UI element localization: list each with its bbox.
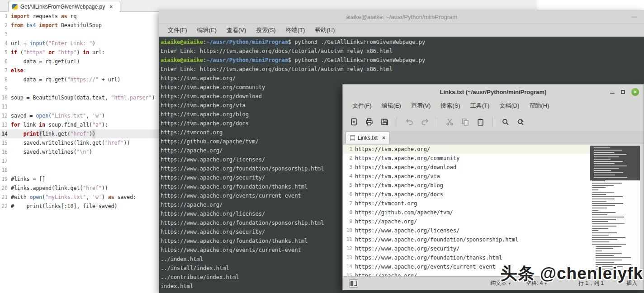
line-number: 12 (0, 111, 11, 120)
code-line: 21#with open("myLinks.txt", 'w') as save… (0, 193, 159, 202)
text-line: 12https://www.apache.org/security/ (343, 244, 590, 253)
terminal-menu-终端T[interactable]: 终端(T) (281, 26, 310, 34)
text-line: 4https://tvm.apache.org/vta (343, 172, 590, 181)
python-file-icon (12, 4, 18, 9)
terminal-line: Enter Link: https://tvm.apache.org/docs/… (161, 65, 644, 74)
texteditor-menu-搜索S[interactable]: 搜索(S) (436, 102, 465, 110)
line-number: 7 (0, 66, 11, 75)
line-number: 21 (0, 193, 11, 202)
code-line: 17 (0, 156, 159, 165)
code-editor-area[interactable]: 1import requests as rq2from bs4 import B… (0, 12, 159, 293)
line-number: 10 (343, 226, 355, 235)
line-number: 16 (0, 147, 11, 156)
find-replace-icon[interactable] (514, 116, 527, 128)
text-line: 13https://www.apache.org/foundation/than… (343, 253, 590, 262)
editor-tab[interactable]: GetAllLinksFromGivenWebpage.py × (8, 1, 120, 12)
texteditor-toolbar (343, 113, 644, 131)
code-line: 15 saved.writelines(link.get("href")) (0, 138, 159, 147)
document-icon (350, 135, 355, 141)
line-number: 6 (0, 57, 11, 66)
terminal-titlebar[interactable]: aiaike@aiaike: ~/ausr/Python/miniProgram (159, 10, 644, 24)
watermark: 头条 @chenleiyfk (501, 262, 643, 285)
line-number: 15 (0, 138, 11, 147)
text-line: 9https://apache.org/ (343, 217, 590, 226)
terminal-title: aiaike@aiaike: ~/ausr/Python/miniProgram (346, 14, 457, 20)
save-icon[interactable] (378, 116, 391, 128)
cut-icon (443, 116, 456, 128)
line-number: 11 (343, 235, 355, 244)
line-number: 8 (0, 75, 11, 84)
code-line: 18 (0, 165, 159, 175)
line-number: 3 (0, 30, 11, 39)
code-line: 1import requests as rq (0, 12, 159, 21)
line-number: 2 (343, 154, 355, 163)
texteditor-title: Links.txt (~/ausr/Python/miniProgram) (440, 89, 547, 95)
line-number: 13 (343, 253, 355, 262)
code-line: 2from bs4 import BeautifulSoup (0, 21, 159, 30)
print-icon[interactable] (363, 116, 375, 128)
text-area[interactable]: 1https://tvm.apache.org/2https://tvm.apa… (343, 145, 590, 276)
text-line: 11https://www.apache.org/foundation/spon… (343, 235, 590, 244)
close-icon[interactable]: × (109, 4, 113, 10)
copy-icon (459, 116, 471, 128)
line-number: 2 (0, 21, 11, 30)
editor-tab-title: GetAllLinksFromGivenWebpage.py (20, 4, 105, 10)
text-line: 3https://tvm.apache.org/download (343, 163, 590, 172)
texteditor-tab[interactable]: Links.txt × (346, 132, 390, 144)
line-number: 4 (343, 172, 355, 181)
paste-icon[interactable] (474, 116, 487, 128)
terminal-menu-查看V[interactable]: 查看(V) (222, 26, 251, 34)
terminal-menu-帮助H[interactable]: 帮助(H) (310, 26, 340, 34)
toolbar-separator (437, 117, 437, 127)
overview-minimap[interactable] (590, 145, 640, 276)
restore-icon[interactable] (621, 90, 625, 94)
close-icon[interactable]: × (382, 135, 385, 141)
code-line: 9 (0, 84, 159, 93)
line-number: 13 (0, 120, 11, 129)
texteditor-window: Links.txt (~/ausr/Python/miniProgram) × … (342, 84, 644, 290)
texteditor-menu-文件F[interactable]: 文件(F) (347, 102, 377, 110)
line-number: 8 (343, 208, 355, 217)
texteditor-menu-编辑E[interactable]: 编辑(E) (377, 102, 406, 110)
minimize-icon[interactable] (610, 93, 615, 94)
line-number: 1 (343, 145, 355, 154)
line-number: 9 (0, 84, 11, 93)
line-number: 10 (0, 93, 11, 102)
texteditor-tab-title: Links.txt (358, 135, 378, 141)
line-number: 22 (0, 202, 11, 211)
close-button[interactable]: × (631, 88, 639, 96)
minimize-icon[interactable] (631, 16, 637, 18)
code-line: 16 saved.writelines("\n") (0, 147, 159, 156)
texteditor-titlebar[interactable]: Links.txt (~/ausr/Python/miniProgram) × (343, 85, 644, 99)
line-number: 7 (343, 199, 355, 208)
line-number: 14 (343, 262, 355, 271)
code-line: 3 (0, 30, 159, 39)
code-line: 13for link in soup.find_all("a"): (0, 120, 159, 129)
texteditor-menu-工具T[interactable]: 工具(T) (465, 102, 495, 110)
terminal-menu-搜索S[interactable]: 搜索(S) (251, 26, 280, 34)
undo-icon (403, 116, 416, 128)
code-line: 22# print(links[:10], file=saved) (0, 202, 159, 211)
new-document-icon[interactable] (347, 116, 360, 128)
texteditor-menu-文档D[interactable]: 文档(D) (494, 102, 524, 110)
code-line: 5if ("https" or "http") in url: (0, 48, 159, 57)
code-line: 12saved = open("Links.txt", 'w') (0, 111, 159, 120)
side-pane-toggle-icon[interactable] (349, 279, 358, 288)
terminal-line: Enter Link: https://tvm.apache.org/docs/… (161, 47, 644, 56)
text-line: 8https://github.com/apache/tvm/ (343, 208, 590, 217)
code-line: 20#links.append(link.get("href")) (0, 184, 159, 193)
find-icon[interactable] (499, 116, 511, 128)
line-number: 9 (343, 217, 355, 226)
terminal-menu-编辑E[interactable]: 编辑(E) (192, 26, 222, 34)
terminal-line: aiaike@aiaike:~/ausr/Python/miniProgram$… (161, 38, 644, 47)
texteditor-menu-帮助H[interactable]: 帮助(H) (524, 102, 554, 110)
texteditor-menu-查看V[interactable]: 查看(V) (406, 102, 436, 110)
code-line: 19#links = [] (0, 175, 159, 184)
code-line: 7else: (0, 66, 159, 75)
line-number: 15 (343, 271, 355, 276)
code-line: 10soup = BeautifulSoup(data.text, "html.… (0, 93, 159, 102)
line-number: 20 (0, 184, 11, 193)
code-line: 4url = input("Enter Link: ") (0, 39, 159, 48)
terminal-menu-文件F[interactable]: 文件(F) (163, 26, 192, 34)
minimap-visible-region[interactable] (590, 146, 640, 180)
